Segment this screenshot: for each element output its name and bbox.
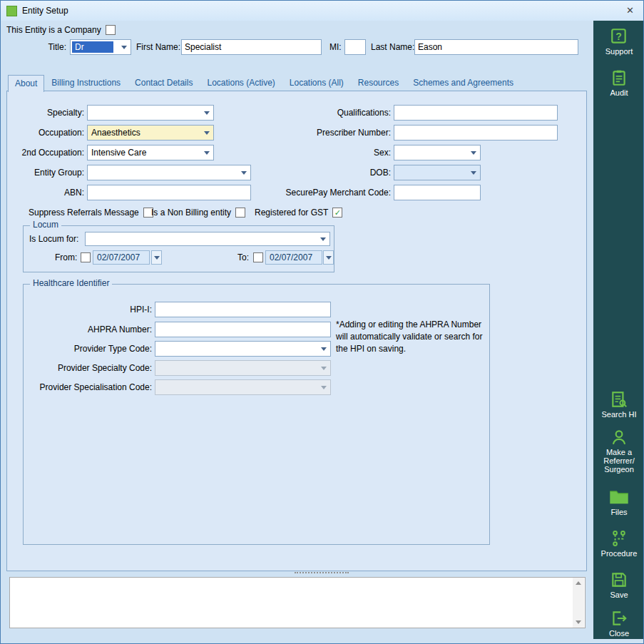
healthcare-identifier-group-label: Healthcare Identifier [30,278,112,288]
gst-label: Registered for GST [255,208,328,218]
close-button[interactable]: Close [593,608,644,638]
person-icon [593,427,644,447]
second-occupation-label: 2nd Occupation: [10,145,84,160]
occupation-combo[interactable]: Anaesthetics [87,125,214,140]
locum-from-label: From: [55,250,77,265]
chevron-down-icon [321,386,327,389]
chevron-down-icon [154,256,160,260]
files-button-label: Files [593,508,644,516]
first-name-input[interactable] [181,39,322,55]
sex-label: Sex: [277,145,391,160]
save-button[interactable]: Save [593,570,644,599]
svg-text:?: ? [615,31,622,42]
chevron-down-icon [321,367,327,370]
ahpra-input[interactable] [155,322,331,337]
files-button[interactable]: Files [593,487,644,516]
search-hi-button[interactable]: Search HI [593,389,644,419]
abn-label: ABN: [10,185,84,200]
non-billing-group: Is a Non Billing entity [151,207,245,218]
sex-combo[interactable] [394,145,481,160]
titlebar: Entity Setup ✕ [1,1,643,21]
chevron-down-icon [321,347,327,351]
hpi-input[interactable] [155,302,331,317]
occupation-combo-value: Anaesthetics [91,126,199,140]
entity-group-label: Entity Group: [10,165,84,180]
securepay-input[interactable] [394,185,481,200]
gst-checkbox[interactable]: ✓ [332,208,342,218]
qualifications-input[interactable] [394,105,558,121]
tab-locations-all[interactable]: Locations (All) [282,74,351,91]
provider-specialty-code-combo [155,360,331,376]
save-disk-icon [593,570,644,590]
prescriber-number-input[interactable] [394,125,558,140]
suppress-referrals-group: Suppress Referrals Message [29,207,153,218]
support-button[interactable]: ? Support [593,26,644,56]
exit-arrow-icon [593,608,644,628]
tab-locations-active[interactable]: Locations (Active) [200,74,282,91]
title-combo-value: Dr [72,41,113,53]
make-referrer-surgeon-button-label: Make a Referrer/ Surgeon [593,448,644,474]
ahpra-note: *Adding or editing the AHPRA Number will… [336,319,494,354]
specialty-combo[interactable] [87,105,214,121]
provider-specialisation-code-label: Provider Specialisation Code: [28,379,152,395]
splitter-grip[interactable] [295,572,349,575]
entity-group-combo[interactable] [87,165,251,180]
search-hi-icon [593,389,644,409]
locum-from-date[interactable]: 02/07/2007 [93,250,150,265]
locum-from-checkbox[interactable] [81,252,91,262]
locum-to-date[interactable]: 02/07/2007 [265,250,322,265]
locum-from-dropdown-button[interactable] [151,250,162,265]
second-occupation-combo-value: Intensive Care [91,145,199,160]
window-close-button[interactable]: ✕ [626,5,634,16]
abn-input[interactable] [87,185,251,200]
title-label: Title: [29,39,66,55]
chevron-down-icon [241,171,247,175]
dob-datepicker[interactable] [394,165,481,180]
title-combo[interactable]: Dr [70,39,131,55]
support-button-label: Support [593,47,644,56]
healthcare-identifier-groupbox: Healthcare Identifier HPI-I: AHPRA Numbe… [23,284,490,545]
search-hi-button-label: Search HI [593,410,644,419]
tab-resources[interactable]: Resources [351,74,406,91]
last-name-input[interactable] [414,39,578,55]
non-billing-checkbox[interactable] [235,208,245,218]
about-tab-panel: Specialty: Occupation: Anaesthetics 2nd … [6,91,587,571]
company-checkbox[interactable] [106,25,116,35]
make-referrer-surgeon-button[interactable]: Make a Referrer/ Surgeon [593,427,644,474]
sidebar: ? Support Audit Search HI Make a Referre… [593,21,644,639]
audit-button[interactable]: Audit [593,68,644,97]
scroll-up-icon [576,581,581,585]
provider-type-code-combo[interactable] [155,341,331,357]
locum-groupbox: Locum Is Locum for: From: 02/07/2007 To:… [23,225,334,272]
occupation-label: Occupation: [10,125,84,140]
audit-icon [593,68,644,88]
audit-button-label: Audit [593,88,644,97]
scroll-down-button[interactable] [573,617,584,628]
provider-type-code-label: Provider Type Code: [28,341,152,357]
non-billing-label: Is a Non Billing entity [151,208,231,218]
scroll-up-button[interactable] [573,578,584,588]
entity-setup-window: Entity Setup ✕ This Entity is a Company … [0,0,644,644]
ahpra-label: AHPRA Number: [28,322,152,337]
locum-to-dropdown-button[interactable] [323,250,334,265]
tab-contact-details[interactable]: Contact Details [128,74,200,91]
chevron-down-icon [320,237,326,241]
is-locum-for-combo[interactable] [85,232,330,246]
notes-textarea[interactable] [9,577,586,628]
provider-specialisation-code-combo [155,379,331,395]
locum-to-label: To: [237,250,249,265]
locum-to-checkbox[interactable] [253,252,263,262]
procedure-button[interactable]: Procedure [593,528,644,558]
tab-billing-instructions[interactable]: Billing Instructions [44,74,128,91]
calendar-dropdown-icon [471,171,476,175]
notes-scrollbar[interactable] [573,578,584,628]
mi-input[interactable] [344,39,366,55]
chevron-down-icon [204,131,210,135]
save-button-label: Save [593,591,644,599]
tab-about[interactable]: About [8,75,44,92]
gst-group: Registered for GST ✓ [255,207,342,218]
tab-schemes-agreements[interactable]: Schemes and Agreements [406,74,521,91]
second-occupation-combo[interactable]: Intensive Care [87,145,214,160]
folder-icon [593,487,644,507]
company-checkbox-label: This Entity is a Company [6,25,101,35]
